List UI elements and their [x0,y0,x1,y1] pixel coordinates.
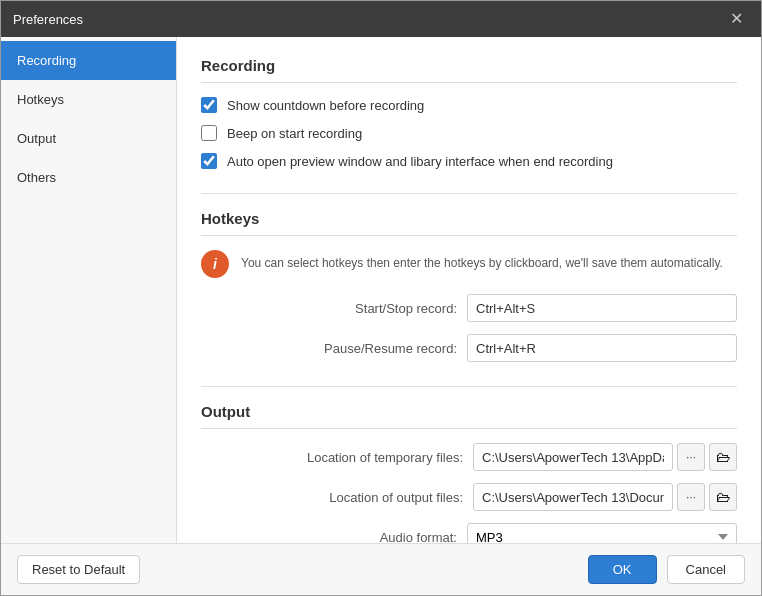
hotkey-row-start-stop: Start/Stop record: [201,294,737,322]
recording-title: Recording [201,57,737,83]
select-row-format: Audio format: MP3 AAC WMA WAV [201,523,737,543]
folder-button-output[interactable]: 🗁 [709,483,737,511]
recording-section: Recording Show countdown before recordin… [201,57,737,169]
footer: Reset to Default OK Cancel [1,543,761,595]
sidebar-item-hotkeys[interactable]: Hotkeys [1,80,176,119]
title-bar: Preferences ✕ [1,1,761,37]
checkbox-countdown-label: Show countdown before recording [227,98,424,113]
preferences-window: Preferences ✕ Recording Hotkeys Output O… [0,0,762,596]
main-content: Recording Hotkeys Output Others Recordin… [1,37,761,543]
window-title: Preferences [13,12,83,27]
hotkey-label-start-stop: Start/Stop record: [297,301,457,316]
hotkeys-section: Hotkeys i You can select hotkeys then en… [201,210,737,362]
info-text: You can select hotkeys then enter the ho… [241,250,723,272]
checkbox-countdown[interactable] [201,97,217,113]
checkbox-autoopen[interactable] [201,153,217,169]
footer-right: OK Cancel [588,555,745,584]
checkbox-row-2: Beep on start recording [201,125,737,141]
folder-button-temp[interactable]: 🗁 [709,443,737,471]
output-input-temp[interactable] [473,443,673,471]
sidebar: Recording Hotkeys Output Others [1,37,177,543]
checkbox-beep[interactable] [201,125,217,141]
hotkey-info: i You can select hotkeys then enter the … [201,250,737,278]
divider-1 [201,193,737,194]
output-row-output: Location of output files: ··· 🗁 [201,483,737,511]
output-input-output[interactable] [473,483,673,511]
output-label-temp: Location of temporary files: [263,450,463,465]
reset-to-default-button[interactable]: Reset to Default [17,555,140,584]
output-input-group-output: ··· 🗁 [473,483,737,511]
hotkey-row-pause-resume: Pause/Resume record: [201,334,737,362]
select-label-format: Audio format: [257,530,457,544]
divider-2 [201,386,737,387]
output-label-output: Location of output files: [263,490,463,505]
close-button[interactable]: ✕ [724,7,749,31]
output-row-temp: Location of temporary files: ··· 🗁 [201,443,737,471]
checkbox-row-1: Show countdown before recording [201,97,737,113]
ok-button[interactable]: OK [588,555,657,584]
sidebar-item-output[interactable]: Output [1,119,176,158]
output-section: Output Location of temporary files: ··· … [201,403,737,543]
hotkey-input-pause-resume[interactable] [467,334,737,362]
select-audio-format[interactable]: MP3 AAC WMA WAV [467,523,737,543]
hotkey-input-start-stop[interactable] [467,294,737,322]
dots-button-temp[interactable]: ··· [677,443,705,471]
checkbox-row-3: Auto open preview window and libary inte… [201,153,737,169]
output-input-group-temp: ··· 🗁 [473,443,737,471]
sidebar-item-recording[interactable]: Recording [1,41,176,80]
hotkeys-title: Hotkeys [201,210,737,236]
dots-button-output[interactable]: ··· [677,483,705,511]
output-title: Output [201,403,737,429]
content-area: Recording Show countdown before recordin… [177,37,761,543]
checkbox-autoopen-label: Auto open preview window and libary inte… [227,154,613,169]
checkbox-beep-label: Beep on start recording [227,126,362,141]
sidebar-item-others[interactable]: Others [1,158,176,197]
hotkey-label-pause-resume: Pause/Resume record: [297,341,457,356]
info-icon: i [201,250,229,278]
cancel-button[interactable]: Cancel [667,555,745,584]
